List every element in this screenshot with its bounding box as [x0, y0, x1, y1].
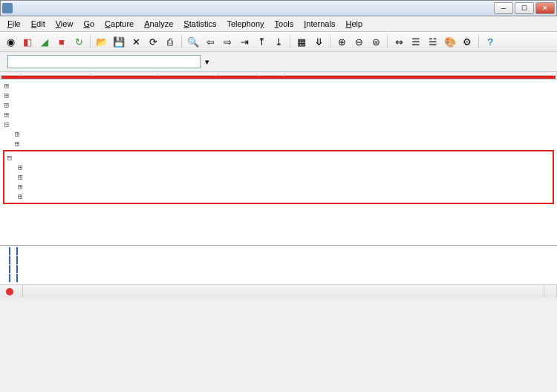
help-icon[interactable]: ? [483, 34, 498, 49]
filter-dropdown-icon[interactable]: ▾ [205, 57, 209, 67]
prefs-icon[interactable]: ⚙ [460, 34, 475, 49]
main-toolbar: ◉ ◧ ◢ ■ ↻ 📂 💾 ✕ ⟳ ⎙ 🔍 ⇦ ⇨ ⇥ ⤒ ⤓ ▦ ⤋ ⊕ ⊖ … [0, 32, 557, 52]
expert-info-icon[interactable] [6, 288, 13, 295]
restart-capture-icon[interactable]: ↻ [71, 34, 86, 49]
minimize-button[interactable]: ─ [494, 2, 513, 14]
expand-icon[interactable]: ⊞ [3, 110, 10, 120]
col-no[interactable] [0, 72, 21, 75]
menu-edit[interactable]: Edit [27, 18, 50, 30]
col-time[interactable] [21, 72, 91, 75]
interfaces-icon[interactable]: ◉ [3, 34, 18, 49]
expand-icon[interactable]: ⊞ [6, 172, 18, 182]
colorize-icon[interactable]: ▦ [294, 34, 309, 49]
menu-go[interactable]: Go [79, 18, 99, 30]
ascii-row [16, 247, 18, 255]
filter-toolbar: ▾ [0, 52, 557, 72]
goto-icon[interactable]: ⇥ [237, 34, 252, 49]
col-length[interactable] [257, 72, 285, 75]
col-source[interactable] [91, 72, 157, 75]
highlight-box-answers: ⊟ ⊞ ⊞ ⊞ ⊞ [3, 150, 554, 204]
status-packets [23, 285, 544, 298]
ascii-row [16, 265, 18, 273]
expand-icon[interactable]: ⊞ [3, 139, 15, 148]
expand-icon[interactable]: ⊞ [6, 163, 18, 172]
zoom-in-icon[interactable]: ⊕ [334, 34, 349, 49]
ascii-row [16, 256, 18, 264]
col-dest[interactable] [157, 72, 218, 75]
open-file-icon[interactable]: 📂 [94, 34, 109, 49]
menubar: File Edit View Go Capture Analyze Statis… [0, 16, 557, 32]
back-icon[interactable]: ⇦ [203, 34, 218, 49]
reload-icon[interactable]: ⟳ [146, 34, 160, 49]
capture-filters-icon[interactable]: ☰ [408, 34, 423, 49]
close-button[interactable]: ✕ [535, 2, 555, 14]
menu-telephony[interactable]: Telephony [222, 18, 268, 30]
menu-view[interactable]: View [51, 18, 78, 30]
expand-icon[interactable]: ⊞ [3, 81, 10, 91]
hex-row [9, 256, 10, 264]
menu-tools[interactable]: Tools [270, 18, 299, 30]
col-protocol[interactable] [218, 72, 257, 75]
last-icon[interactable]: ⤓ [271, 34, 286, 49]
ascii-row [16, 274, 18, 282]
zoom-reset-icon[interactable]: ⊜ [368, 34, 383, 49]
menu-capture[interactable]: Capture [100, 18, 138, 30]
statusbar [0, 284, 557, 298]
menu-analyze[interactable]: Analyze [140, 18, 177, 30]
titlebar: ─ ☐ ✕ [0, 0, 557, 16]
menu-statistics[interactable]: Statistics [179, 18, 221, 30]
hex-row [9, 265, 10, 273]
collapse-icon[interactable]: ⊟ [6, 153, 13, 163]
stop-capture-icon[interactable]: ■ [54, 34, 69, 49]
col-info[interactable] [285, 72, 557, 75]
forward-icon[interactable]: ⇨ [220, 34, 235, 49]
expand-icon[interactable]: ⊞ [3, 129, 15, 139]
print-icon[interactable]: ⎙ [163, 34, 177, 49]
packet-list[interactable] [0, 72, 557, 79]
collapse-icon[interactable]: ⊟ [3, 120, 10, 129]
save-file-icon[interactable]: 💾 [111, 34, 126, 49]
close-file-icon[interactable]: ✕ [128, 34, 143, 49]
menu-file[interactable]: File [3, 18, 25, 30]
packet-details[interactable]: ⊞ ⊞ ⊞ ⊞ ⊟ ⊞ ⊞ ⊟ ⊞ ⊞ ⊞ ⊞ [0, 79, 557, 245]
menu-help[interactable]: Help [341, 18, 367, 30]
app-icon [2, 3, 13, 13]
hex-row [9, 247, 10, 255]
hex-row [9, 274, 10, 282]
status-profile[interactable] [544, 285, 557, 298]
find-icon[interactable]: 🔍 [186, 34, 201, 49]
packet-bytes[interactable] [0, 245, 557, 284]
options-icon[interactable]: ◧ [20, 34, 35, 49]
zoom-out-icon[interactable]: ⊖ [351, 34, 366, 49]
expand-icon[interactable]: ⊞ [6, 182, 18, 192]
autoscroll-icon[interactable]: ⤋ [311, 34, 326, 49]
expand-icon[interactable]: ⊞ [3, 100, 10, 110]
coloring-rules-icon[interactable]: 🎨 [443, 34, 457, 49]
display-filters-icon[interactable]: ☱ [426, 34, 440, 49]
first-icon[interactable]: ⤒ [254, 34, 269, 49]
menu-internals[interactable]: Internals [299, 18, 339, 30]
maximize-button[interactable]: ☐ [515, 2, 534, 14]
resize-cols-icon[interactable]: ⇔ [391, 34, 406, 49]
filter-input[interactable] [7, 55, 201, 68]
start-capture-icon[interactable]: ◢ [37, 34, 52, 49]
expand-icon[interactable]: ⊞ [6, 192, 18, 201]
expand-icon[interactable]: ⊞ [3, 91, 10, 100]
